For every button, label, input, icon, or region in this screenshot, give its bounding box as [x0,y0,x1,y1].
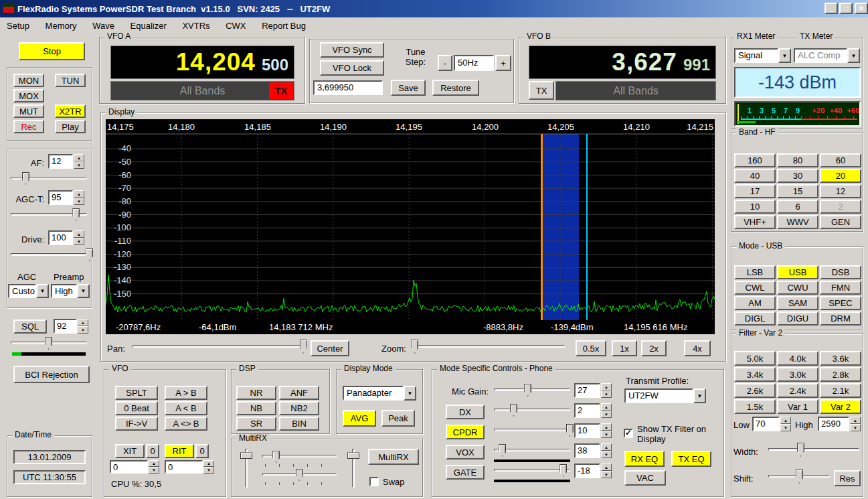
dx-button[interactable]: DX [446,405,485,419]
rx1-meter-select[interactable]: Signal ▼ [734,48,791,63]
af-spinner[interactable]: 12 ▲▼ [48,154,84,169]
slider-thumb[interactable] [499,444,506,457]
agct-value[interactable]: 95 [48,190,73,205]
show-tx-filter-checkbox[interactable]: ✓ [624,429,633,438]
mode-cwl-button[interactable]: CWL [734,281,776,295]
slider-thumb[interactable] [240,452,252,459]
band-10-button[interactable]: 10 [734,200,776,214]
chevron-down-icon[interactable]: ▼ [36,284,49,298]
menu-xvtrs[interactable]: XVTRs [175,17,216,33]
mic-gain-value[interactable]: 27 [574,383,600,398]
spin-up-icon[interactable]: ▲ [601,443,612,451]
sql-value[interactable]: 92 [54,319,77,334]
gate-value[interactable]: -18 [574,464,600,478]
filter-2-8k-button[interactable]: 2.8k [820,367,861,382]
filter-width-slider[interactable] [767,442,861,458]
mon-button[interactable]: MON [13,74,44,87]
filter-3k-button[interactable]: 3.0k [777,367,818,382]
zoom-2x-button[interactable]: 2x [641,340,667,356]
filter-2-4k-button[interactable]: 2.4k [777,383,818,398]
tx-meter-select[interactable]: ALC Comp ▼ [794,48,860,63]
filter-5k-button[interactable]: 5.0k [734,351,776,366]
vox-value[interactable]: 38 [574,443,600,458]
mut-button[interactable]: MUT [13,104,44,118]
spin-down-icon[interactable]: ▼ [780,424,791,431]
sr-button[interactable]: SR [236,417,276,431]
xit-spinner[interactable]: 0 ▲▼ [110,460,159,474]
vfo-sync-button[interactable]: VFO Sync [320,42,384,58]
band-20-button[interactable]: 20 [820,169,861,183]
vfo-a-band-bar[interactable]: All Bands TX [110,81,294,100]
spin-up-icon[interactable]: ▲ [601,403,612,411]
af-slider[interactable] [9,171,88,186]
chevron-down-icon[interactable]: ▼ [693,388,706,403]
gate-spinner[interactable]: -18 ▲▼ [574,464,612,478]
tune-step-value[interactable]: 50Hz [454,55,494,71]
shift-reset-button[interactable]: Res [834,470,861,486]
slider-thumb[interactable] [296,469,303,481]
split-button[interactable]: SPLT [115,386,158,400]
mode-digu-button[interactable]: DIGU [777,311,818,326]
zero-beat-button[interactable]: 0 Beat [115,401,158,415]
chevron-down-icon[interactable]: ▼ [778,48,791,63]
spin-up-icon[interactable]: ▲ [203,460,214,467]
avg-button[interactable]: AVG [343,410,376,427]
vfo-b-frequency-display[interactable]: 3,627 991 [529,46,716,79]
memory-frequency-field[interactable]: 3,699950 [313,80,383,95]
spin-down-icon[interactable]: ▼ [601,411,612,418]
band-gen-button[interactable]: GEN [820,215,861,229]
vac-button[interactable]: VAC [624,470,666,486]
maximize-button[interactable]: □ [839,3,853,14]
spin-up-icon[interactable]: ▲ [74,230,84,238]
band-vhf-button[interactable]: VHF+ [734,215,776,229]
mode-drm-button[interactable]: DRM [820,311,861,326]
filter-high-spinner[interactable]: 2590 ▲▼ [818,417,861,431]
spin-up-icon[interactable]: ▲ [601,383,612,390]
a-to-b-button[interactable]: A > B [165,386,207,400]
band-12-button[interactable]: 12 [820,184,861,198]
slider-thumb[interactable] [272,451,280,463]
chevron-down-icon[interactable]: ▼ [77,284,90,298]
tx-eq-button[interactable]: TX EQ [671,451,711,467]
gate-slider[interactable] [493,464,572,478]
zoom-4x-button[interactable]: 4x [684,340,711,356]
a-swap-b-button[interactable]: A <> B [165,417,207,431]
play-button[interactable]: Play [55,120,86,133]
spin-down-icon[interactable]: ▼ [601,431,612,438]
filter-low-spinner[interactable]: 70 ▲▼ [752,417,791,431]
zoom-05x-button[interactable]: 0.5x [576,340,606,356]
mode-fmn-button[interactable]: FMN [820,281,861,295]
slider-thumb[interactable] [347,452,359,459]
spin-down-icon[interactable]: ▼ [74,198,84,205]
vox-spinner[interactable]: 38 ▲▼ [574,443,612,458]
menu-memory[interactable]: Memory [39,17,84,33]
slider-thumb[interactable] [510,404,517,417]
band-2-button[interactable]: 2 [820,200,861,214]
mode-dsb-button[interactable]: DSB [820,265,861,279]
spin-down-icon[interactable]: ▼ [78,326,88,334]
sql-button[interactable]: SQL [13,319,47,334]
filter-4k-button[interactable]: 4.0k [777,351,818,366]
panadapter-display[interactable]: 14,175 14,180 14,185 14,190 14,195 14,20… [106,119,715,320]
mic-gain-slider[interactable] [493,383,572,398]
main-rx-pan-slider[interactable] [261,468,338,482]
dx-slider[interactable] [493,403,572,418]
bci-rejection-button[interactable]: BCI Rejection [13,366,90,383]
zoom-1x-button[interactable]: 1x [612,340,637,356]
xit-button[interactable]: XIT [115,444,145,458]
vfo-lock-button[interactable]: VFO Lock [320,60,384,76]
spin-up-icon[interactable]: ▲ [149,460,159,467]
filter-2-1k-button[interactable]: 2.1k [820,383,861,398]
af-slider-thumb[interactable] [22,172,29,185]
nb-button[interactable]: NB [236,401,276,415]
filter-1-5k-button[interactable]: 1.5k [734,399,776,414]
rec-button[interactable]: Rec [13,120,44,133]
mode-cwu-button[interactable]: CWU [777,281,818,295]
bin-button[interactable]: BIN [279,417,319,431]
peak-button[interactable]: Peak [381,410,415,427]
rx-eq-button[interactable]: RX EQ [624,451,665,467]
mode-usb-button[interactable]: USB [777,265,818,279]
vfo-a-frequency-display[interactable]: 14,204 500 [110,46,294,79]
start-stop-button[interactable]: Stop [19,42,85,60]
vfo-b-freq-mhz[interactable]: 3,627 [612,46,677,78]
